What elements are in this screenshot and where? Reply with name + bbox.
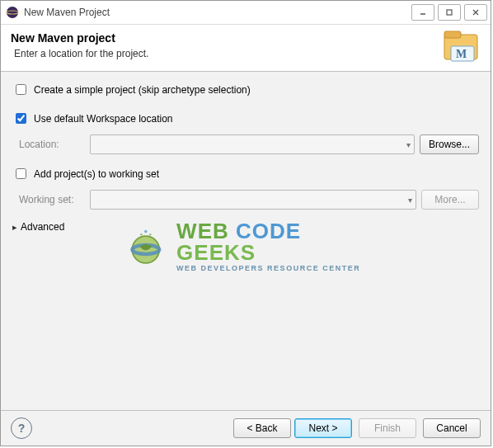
cancel-button[interactable]: Cancel [423, 418, 481, 438]
location-label: Location: [19, 139, 85, 150]
svg-point-11 [132, 244, 159, 253]
window-title: New Maven Project [24, 7, 408, 18]
working-set-checkbox[interactable]: Add project(s) to working set [12, 166, 159, 182]
watermark-sub: WEB DEVELOPERS RESOURCE CENTER [176, 265, 368, 272]
default-location-checkbox[interactable]: Use default Workspace location [12, 111, 173, 126]
simple-project-input[interactable] [16, 84, 26, 95]
working-set-combo[interactable]: ▾ [90, 190, 416, 210]
maven-icon: M [441, 30, 481, 63]
browse-button[interactable]: Browse... [420, 134, 479, 154]
page-title: New Maven project [11, 31, 434, 45]
location-combo[interactable]: ▾ [90, 134, 415, 154]
working-set-label: Add project(s) to working set [34, 168, 159, 180]
close-button[interactable] [464, 4, 487, 21]
wizard-footer: ? < Back Next > Finish Cancel [1, 410, 491, 446]
svg-point-10 [132, 236, 159, 263]
minimize-button[interactable] [411, 4, 434, 21]
default-location-label: Use default Workspace location [34, 113, 173, 125]
working-set-input[interactable] [16, 168, 26, 179]
svg-rect-3 [447, 10, 452, 15]
advanced-label: Advanced [21, 221, 64, 233]
wizard-header: New Maven project Enter a location for t… [1, 25, 491, 72]
svg-point-0 [7, 7, 18, 18]
page-subtitle: Enter a location for the project. [14, 48, 434, 59]
eclipse-icon [6, 6, 19, 19]
back-button[interactable]: < Back [233, 418, 291, 438]
working-set-field-label: Working set: [19, 194, 85, 205]
svg-rect-7 [444, 31, 461, 38]
triangle-right-icon: ▸ [12, 222, 17, 233]
maximize-button[interactable] [438, 4, 461, 21]
simple-project-checkbox[interactable]: Create a simple project (skip archetype … [12, 82, 251, 97]
svg-point-13 [149, 233, 152, 235]
watermark-word3: GEEKS [176, 240, 256, 265]
more-button[interactable]: More... [421, 190, 479, 210]
default-location-input[interactable] [16, 113, 26, 124]
chevron-down-icon: ▾ [406, 140, 411, 149]
wizard-body: Create a simple project (skip archetype … [1, 72, 491, 410]
svg-text:M: M [456, 48, 467, 60]
next-button[interactable]: Next > [294, 418, 352, 438]
finish-button[interactable]: Finish [359, 418, 416, 438]
dialog-window: New Maven Project New Maven project Ente… [0, 0, 491, 446]
titlebar: New Maven Project [1, 1, 491, 25]
simple-project-label: Create a simple project (skip archetype … [34, 84, 251, 96]
help-icon[interactable]: ? [11, 417, 32, 439]
advanced-disclosure[interactable]: ▸ Advanced [12, 221, 479, 233]
chevron-down-icon: ▾ [408, 196, 412, 205]
svg-point-14 [140, 233, 143, 235]
